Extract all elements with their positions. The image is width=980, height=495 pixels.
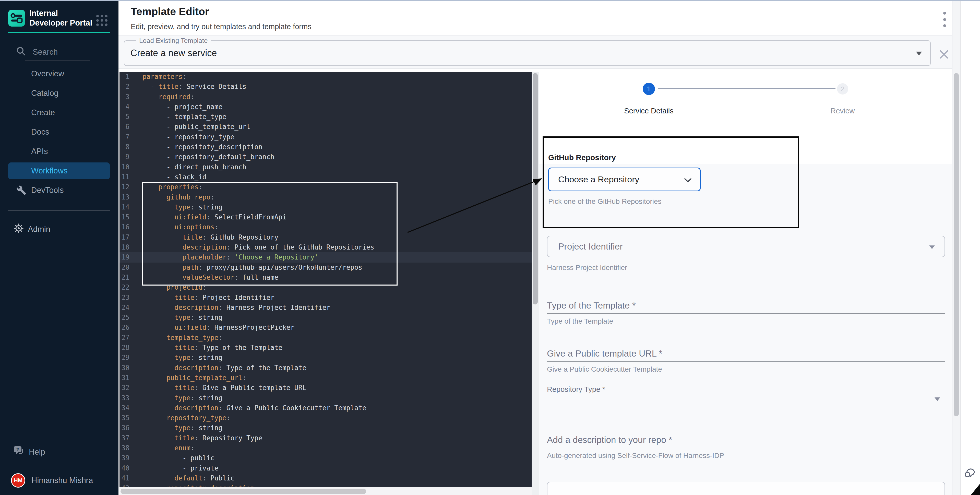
editor-line: 30 description: Type of the Template [119, 363, 531, 373]
sidebar: Internal Developer Portal Search Overvi [0, 1, 118, 495]
project-identifier-select[interactable]: Project Identifier [547, 236, 945, 257]
stepper-step-1-label: Service Details [611, 107, 687, 115]
help-label: Help [29, 447, 45, 457]
editor-line: 33 type: string [119, 393, 531, 403]
editor-line: 32 title: Give a Public template URL [119, 383, 531, 393]
editor-line: 40 - private [119, 463, 531, 473]
stepper-connector [658, 88, 835, 89]
editor-line: 27 template_type: [119, 333, 531, 343]
editor-line: 25 type: string [119, 313, 531, 323]
github-repository-helper: Pick one of the GitHub Repositories [548, 197, 662, 205]
public-url-field-helper: Give a Public Cookiecutter Template [547, 365, 662, 373]
editor-line: 21 valueSelector: full_name [119, 272, 531, 282]
sidebar-search[interactable]: Search [16, 46, 108, 58]
editor-line: 7 - repository_type [119, 132, 531, 142]
stepper-step-2[interactable]: 2 [837, 83, 848, 94]
dropdown-caret-icon[interactable] [916, 52, 922, 56]
editor-line: 34 description: Give a Public Cookiecutt… [119, 403, 531, 413]
editor-line: 10 - direct_push_branch [119, 162, 531, 172]
window-top-edge [0, 0, 980, 1]
github-repository-label: GitHub Repository [548, 153, 616, 162]
editor-line: 19 placeholder: 'Choose a Repository' [119, 252, 531, 262]
sidebar-item-docs[interactable]: Docs [0, 123, 118, 142]
help-chat-icon: ? [13, 446, 24, 458]
sidebar-item-apis[interactable]: APIs [0, 142, 118, 161]
public-url-field-label: Give a Public template URL * [547, 349, 662, 359]
sidebar-accent-rule [8, 32, 110, 33]
editor-line: 1parameters: [119, 72, 531, 82]
owner-select[interactable]: Choose an Owner for the Service [547, 482, 945, 495]
editor-line: 8 - repositoty_description [119, 142, 531, 152]
wrench-icon [16, 185, 27, 196]
editor-line: 15 ui:field: SelectFieldFromApi [119, 212, 531, 222]
editor-line: 20 path: proxy/github-api/users/OrkoHunt… [119, 263, 531, 272]
editor-line: 9 - repository_default_branch [119, 152, 531, 162]
template-type-field-helper: Type of the Template [547, 317, 613, 325]
avatar: HM [11, 473, 25, 488]
repo-description-field-label: Add a description to your repo * [547, 435, 672, 445]
template-editor-page: Internal Developer Portal Search Overvi [0, 0, 980, 495]
corner-pointer-shape [970, 484, 980, 495]
editor-line: 31 public_template_url: [119, 373, 531, 383]
template-type-field-label: Type of the Template * [547, 300, 636, 310]
project-identifier-placeholder: Project Identifier [558, 241, 623, 251]
chevron-down-icon [684, 178, 692, 183]
panel-scrollbar-thumb[interactable] [954, 73, 959, 416]
sidebar-item-catalog[interactable]: Catalog [0, 84, 118, 103]
editor-line: 11 - slack_id [119, 172, 531, 182]
editor-horizontal-scrollbar-thumb[interactable] [121, 489, 366, 494]
yaml-code-editor[interactable]: 1parameters:2 - title: Service Details3 … [119, 72, 531, 495]
editor-line: 28 title: Type of the Template [119, 343, 531, 353]
search-icon [16, 46, 26, 58]
sidebar-item-workflows[interactable]: Workflows [0, 161, 118, 181]
stepper-step-1[interactable]: 1 [643, 83, 655, 95]
sidebar-item-help[interactable]: ? Help [0, 442, 118, 462]
editor-line: 4 - project_name [119, 102, 531, 112]
editor-line: 3 required: [119, 92, 531, 102]
repository-type-underline[interactable] [547, 410, 945, 410]
page-subtitle: Edit, preview, and try out templates and… [131, 22, 312, 31]
template-type-field-underline[interactable] [547, 314, 945, 314]
sidebar-item-overview[interactable]: Overview [0, 64, 118, 84]
divider [25, 60, 90, 61]
load-template-select[interactable]: Load Existing Template Create a new serv… [124, 40, 931, 66]
editor-line: 37 title: Repository Type [119, 433, 531, 443]
editor-line: 6 - public_template_url [119, 122, 531, 132]
editor-line: 23 title: Project Identifier [119, 293, 531, 303]
repo-description-field-helper: Auto-generated using Self-Service-Flow o… [547, 452, 724, 460]
repo-description-field-underline[interactable] [547, 448, 945, 448]
editor-line: 17 title: GitHub Repository [119, 232, 531, 242]
editor-line: 14 type: string [119, 202, 531, 212]
gear-icon [13, 223, 24, 236]
app-logo-icon [8, 10, 25, 27]
kebab-menu-icon[interactable] [942, 12, 947, 27]
editor-line: 35 repository_type: [119, 413, 531, 423]
project-identifier-helper: Harness Project Identifier [547, 264, 627, 272]
editor-line: 12 properties: [119, 182, 531, 192]
github-repository-select[interactable]: Choose a Repository [548, 167, 701, 191]
user-name: Himanshu Mishra [32, 476, 93, 485]
load-template-value: Create a new service [130, 41, 217, 65]
dropdown-caret-icon[interactable] [935, 398, 940, 401]
right-gutter [961, 1, 980, 495]
editor-line: 38 enum: [119, 443, 531, 453]
editor-line: 26 ui:field: HarnessProjectPicker [119, 323, 531, 333]
editor-vertical-scrollbar-thumb[interactable] [533, 73, 538, 304]
github-repository-value: Choose a Repository [558, 175, 640, 185]
public-url-field-underline[interactable] [547, 361, 945, 362]
sidebar-user[interactable]: HM Himanshu Mishra [0, 471, 118, 490]
editor-line: 13 github_repo: [119, 192, 531, 202]
apps-grid-icon[interactable] [95, 14, 108, 28]
close-icon[interactable] [940, 50, 948, 59]
divider [8, 210, 110, 211]
sidebar-item-create[interactable]: Create [0, 103, 118, 123]
stepper-step-2-label: Review [804, 107, 881, 115]
page-title: Template Editor [131, 6, 209, 18]
sidebar-item-admin[interactable]: Admin [0, 220, 118, 239]
sidebar-item-devtools[interactable]: DevTools [0, 181, 118, 200]
editor-line: 22 projectId: [119, 282, 531, 293]
chat-bubbles-icon[interactable] [964, 467, 977, 480]
editor-line: 41 default: Public [119, 473, 531, 483]
editor-line: 5 - template_type [119, 112, 531, 122]
editor-line: 16 ui:options: [119, 222, 531, 232]
